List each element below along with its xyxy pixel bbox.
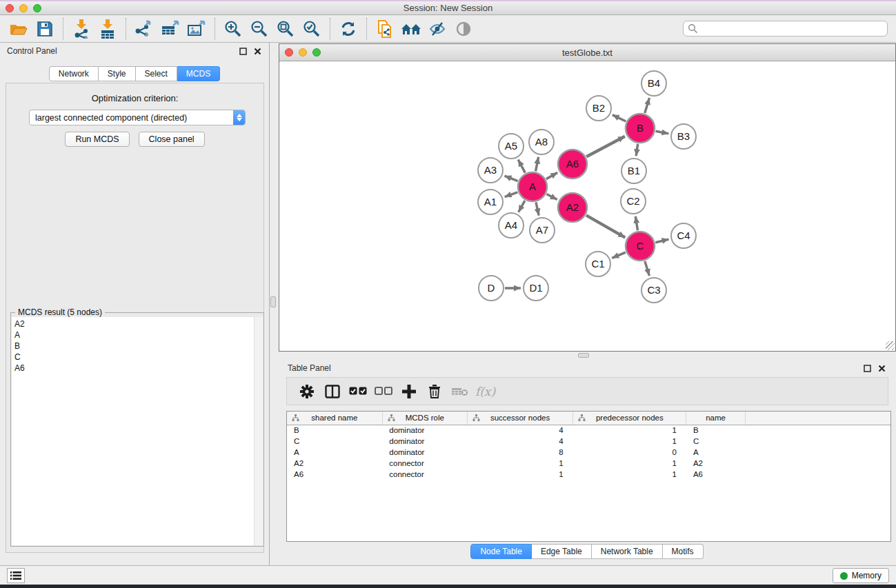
edge-A2-C[interactable] — [586, 215, 625, 237]
refresh-icon[interactable] — [335, 18, 361, 40]
table-row[interactable]: Adominator80A — [287, 447, 891, 458]
minimize-window-button[interactable] — [19, 4, 28, 12]
add-row-icon[interactable] — [396, 381, 421, 402]
cell-mcds-role[interactable]: dominator — [382, 425, 467, 436]
edge-C-C1[interactable] — [612, 252, 626, 258]
run-mcds-button[interactable]: Run MCDS — [65, 132, 129, 147]
node-A8[interactable]: A8 — [529, 130, 554, 154]
edge-B-B2[interactable] — [613, 115, 626, 121]
node-B4[interactable]: B4 — [641, 71, 666, 96]
table-row[interactable]: Cdominator41C — [287, 436, 891, 447]
node-D[interactable]: D — [479, 276, 504, 301]
zoom-fit-icon[interactable] — [272, 18, 299, 40]
split-columns-icon[interactable] — [319, 381, 345, 402]
edge-B-B4[interactable] — [645, 98, 650, 113]
node-A2[interactable]: A2 — [558, 193, 587, 222]
delete-rows-icon[interactable] — [421, 381, 447, 402]
zoom-in-icon[interactable] — [220, 18, 246, 40]
node-C2[interactable]: C2 — [621, 189, 646, 214]
node-B1[interactable]: B1 — [621, 159, 646, 183]
edge-B-B1[interactable] — [636, 144, 638, 156]
tab-style[interactable]: Style — [99, 66, 136, 81]
network-close-button[interactable] — [285, 48, 293, 57]
table-row[interactable]: A2connector11A2 — [287, 458, 891, 469]
float-table-panel-icon[interactable] — [863, 364, 872, 373]
node-B2[interactable]: B2 — [586, 96, 611, 121]
export-image-icon[interactable] — [183, 18, 210, 40]
export-network-icon[interactable] — [131, 18, 157, 40]
cell-shared-name[interactable]: A — [287, 447, 382, 458]
cell-shared-name[interactable]: A6 — [287, 469, 382, 480]
column-header-shared-name[interactable]: shared name — [287, 412, 382, 425]
tab-motifs[interactable]: Motifs — [663, 544, 704, 559]
vertical-splitter-handle[interactable] — [270, 296, 276, 307]
mcds-result-item[interactable]: A — [14, 330, 254, 341]
mcds-result-item[interactable]: C — [14, 352, 254, 363]
zoom-selected-icon[interactable] — [299, 18, 325, 40]
cell-mcds-role[interactable]: dominator — [382, 447, 467, 458]
zoom-out-icon[interactable] — [246, 18, 272, 40]
cell-predecessor-nodes[interactable]: 1 — [573, 425, 686, 436]
node-B[interactable]: B — [626, 114, 655, 143]
close-panel-button[interactable]: Close panel — [139, 132, 205, 147]
edge-A-A6[interactable] — [546, 172, 557, 179]
node-C1[interactable]: C1 — [586, 252, 610, 276]
criterion-dropdown[interactable]: largest connected component (directed) — [29, 110, 246, 125]
network-minimize-button[interactable] — [299, 48, 307, 57]
export-table-icon[interactable] — [157, 18, 183, 40]
edge-A-A8[interactable] — [536, 157, 539, 172]
table-row[interactable]: A6connector11A6 — [287, 469, 891, 480]
save-session-icon[interactable] — [32, 18, 58, 40]
delete-table-icon[interactable] — [447, 381, 472, 402]
eye-icon[interactable] — [450, 18, 477, 40]
tab-mcds[interactable]: MCDS — [177, 66, 220, 81]
cell-name[interactable]: A2 — [686, 458, 745, 469]
select-all-rows-icon[interactable] — [345, 381, 370, 402]
cell-predecessor-nodes[interactable]: 1 — [573, 436, 686, 447]
cell-name[interactable]: A6 — [686, 469, 745, 480]
cell-name[interactable]: A — [686, 447, 745, 458]
cell-predecessor-nodes[interactable]: 1 — [573, 458, 686, 469]
cell-successor-nodes[interactable]: 1 — [467, 469, 573, 480]
tab-network-table[interactable]: Network Table — [592, 544, 663, 559]
node-A7[interactable]: A7 — [530, 218, 555, 243]
settings-icon[interactable] — [294, 381, 319, 402]
node-B3[interactable]: B3 — [671, 124, 696, 149]
cell-name[interactable]: C — [686, 436, 745, 447]
mcds-result-item[interactable]: A2 — [14, 318, 254, 330]
cell-name[interactable]: B — [686, 425, 745, 436]
node-D1[interactable]: D1 — [524, 276, 548, 301]
node-A[interactable]: A — [518, 172, 547, 201]
column-header-name[interactable]: name — [686, 412, 745, 425]
search-input[interactable] — [698, 24, 883, 34]
cell-mcds-role[interactable]: dominator — [382, 436, 467, 447]
edge-A-A4[interactable] — [519, 201, 525, 212]
edge-A-A3[interactable] — [504, 176, 517, 181]
column-header-successor-nodes[interactable]: successor nodes — [467, 412, 573, 425]
edge-B-B3[interactable] — [656, 131, 669, 134]
memory-button[interactable]: Memory — [833, 568, 889, 583]
cell-shared-name[interactable]: C — [287, 436, 382, 447]
cell-successor-nodes[interactable]: 4 — [467, 436, 573, 447]
home-icon[interactable] — [398, 18, 424, 40]
import-table-icon[interactable] — [94, 18, 121, 40]
mcds-result-scrollbar[interactable] — [254, 317, 263, 545]
tab-node-table[interactable]: Node Table — [470, 544, 532, 559]
edge-A-A1[interactable] — [505, 192, 518, 197]
eye-slash-icon[interactable] — [424, 18, 450, 40]
cell-successor-nodes[interactable]: 4 — [467, 425, 573, 436]
table-row[interactable]: Bdominator41B — [287, 425, 891, 436]
tab-select[interactable]: Select — [136, 66, 177, 81]
tab-edge-table[interactable]: Edge Table — [532, 544, 592, 559]
node-C3[interactable]: C3 — [641, 278, 666, 303]
node-A4[interactable]: A4 — [499, 213, 524, 238]
copy-network-icon[interactable] — [372, 18, 398, 40]
close-panel-icon[interactable] — [253, 47, 262, 56]
column-header-mcds-role[interactable]: MCDS role — [382, 412, 467, 425]
tab-network[interactable]: Network — [49, 66, 99, 81]
network-canvas[interactable]: AA1A2A3A4A5A6A7A8BB1B2B3B4CC1C2C3C4DD1 — [279, 61, 895, 351]
close-window-button[interactable] — [6, 4, 14, 12]
import-network-icon[interactable] — [68, 18, 94, 40]
horizontal-splitter-handle[interactable] — [578, 353, 589, 358]
column-header-predecessor-nodes[interactable]: predecessor nodes — [573, 412, 686, 425]
